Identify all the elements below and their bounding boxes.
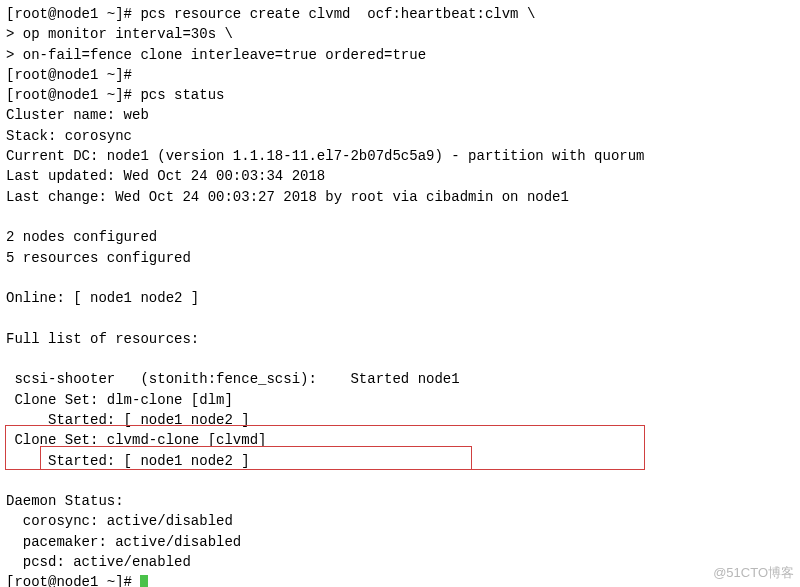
output-pacemaker: pacemaker: active/disabled	[6, 532, 794, 552]
output-blank	[6, 308, 794, 328]
output-nodes-configured: 2 nodes configured	[6, 227, 794, 247]
output-stack: Stack: corosync	[6, 126, 794, 146]
output-last-updated: Last updated: Wed Oct 24 00:03:34 2018	[6, 166, 794, 186]
output-clvmd-clone-set: Clone Set: clvmd-clone [clvmd]	[6, 430, 794, 450]
prompt-active[interactable]: [root@node1 ~]#	[6, 572, 794, 587]
output-blank	[6, 349, 794, 369]
output-dlm-started: Started: [ node1 node2 ]	[6, 410, 794, 430]
cursor-block	[140, 575, 148, 587]
output-clvmd-started: Started: [ node1 node2 ]	[6, 451, 794, 471]
prompt-command: [root@node1 ~]# pcs resource create clvm…	[6, 4, 794, 24]
output-online: Online: [ node1 node2 ]	[6, 288, 794, 308]
output-current-dc: Current DC: node1 (version 1.1.18-11.el7…	[6, 146, 794, 166]
output-pcsd: pcsd: active/enabled	[6, 552, 794, 572]
output-blank	[6, 471, 794, 491]
terminal-output: [root@node1 ~]# pcs resource create clvm…	[6, 4, 794, 587]
output-blank	[6, 207, 794, 227]
output-corosync: corosync: active/disabled	[6, 511, 794, 531]
output-resources-header: Full list of resources:	[6, 329, 794, 349]
output-last-change: Last change: Wed Oct 24 00:03:27 2018 by…	[6, 187, 794, 207]
continuation-line: > op monitor interval=30s \	[6, 24, 794, 44]
prompt-command: [root@node1 ~]# pcs status	[6, 85, 794, 105]
output-cluster-name: Cluster name: web	[6, 105, 794, 125]
output-dlm-clone-set: Clone Set: dlm-clone [dlm]	[6, 390, 794, 410]
output-blank	[6, 268, 794, 288]
prompt-text: [root@node1 ~]#	[6, 574, 140, 587]
output-daemon-status: Daemon Status:	[6, 491, 794, 511]
prompt-empty: [root@node1 ~]#	[6, 65, 794, 85]
watermark-text: @51CTO博客	[713, 564, 794, 583]
continuation-line: > on-fail=fence clone interleave=true or…	[6, 45, 794, 65]
output-scsi-shooter: scsi-shooter (stonith:fence_scsi): Start…	[6, 369, 794, 389]
output-resources-configured: 5 resources configured	[6, 248, 794, 268]
